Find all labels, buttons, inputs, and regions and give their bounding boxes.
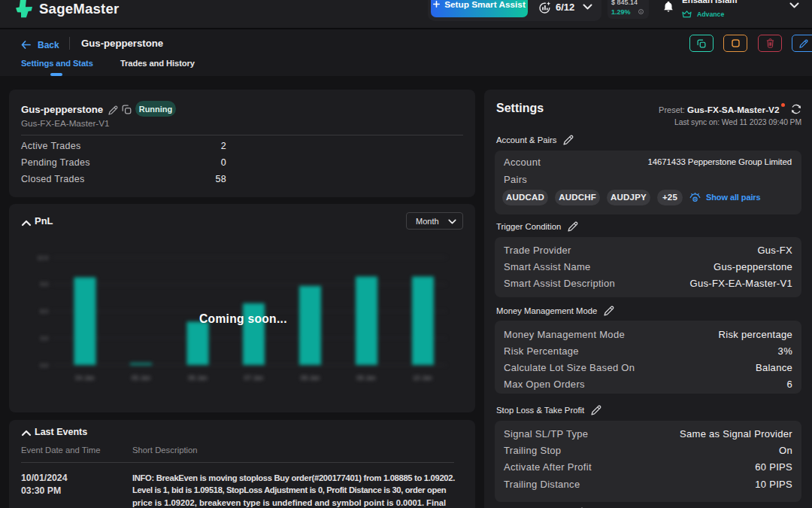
svg-text:07 Jan: 07 Jan: [244, 374, 264, 382]
svg-text:0.0: 0.0: [41, 362, 48, 369]
svg-text:10 Jan: 10 Jan: [413, 374, 432, 382]
svg-text:6.0: 6.0: [41, 308, 48, 315]
svg-text:05 Jan: 05 Jan: [132, 374, 151, 382]
svg-text:12.0: 12.0: [37, 254, 48, 261]
svg-text:08 Jan: 08 Jan: [301, 374, 320, 382]
svg-text:06 Jan: 06 Jan: [188, 374, 208, 382]
svg-text:3.0: 3.0: [41, 335, 48, 342]
svg-text:04 Jan: 04 Jan: [75, 374, 95, 382]
svg-text:9.0: 9.0: [41, 281, 48, 287]
svg-text:09 Jan: 09 Jan: [356, 374, 376, 382]
